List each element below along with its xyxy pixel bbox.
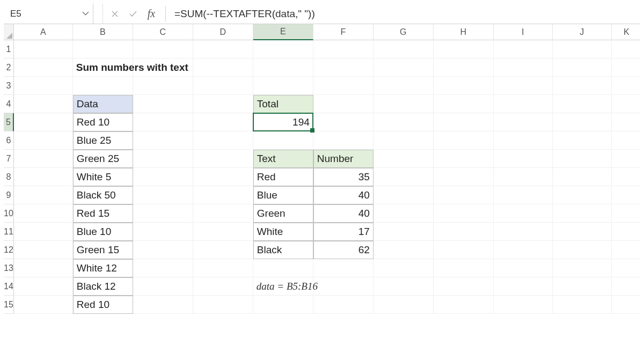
insert-function-button[interactable]: fx [145,8,158,20]
cell-D1[interactable] [193,40,253,58]
cell-K5[interactable] [612,113,642,131]
cell-B6[interactable]: Blue 25 [73,131,133,150]
cell-J11[interactable] [553,223,612,241]
cell-D2[interactable] [193,58,253,77]
cell-I2[interactable] [494,58,553,77]
cancel-button[interactable] [108,8,121,20]
cell-D9[interactable] [193,186,253,204]
cell-E6[interactable] [253,131,313,150]
cell-D14[interactable] [193,277,253,296]
cell-B11[interactable]: Blue 10 [73,223,133,241]
cell-J2[interactable] [553,58,612,77]
cell-H4[interactable] [434,95,494,113]
cell-D11[interactable] [193,223,253,241]
cell-H15[interactable] [434,296,494,314]
cell-E9[interactable]: Blue [253,186,313,204]
cell-K14[interactable] [612,277,642,296]
cell-F9[interactable]: 40 [313,186,374,204]
cell-B7[interactable]: Green 25 [73,150,133,168]
row-header-14[interactable]: 14 [4,277,14,296]
cell-K6[interactable] [612,131,642,150]
cell-E15[interactable] [253,296,313,314]
cell-I5[interactable] [494,113,553,131]
cell-C15[interactable] [133,296,193,314]
column-header-A[interactable]: A [14,24,73,40]
row-header-7[interactable]: 7 [4,150,14,168]
cell-G14[interactable] [374,277,434,296]
cell-B4[interactable]: Data [73,95,133,113]
cell-I14[interactable] [494,277,553,296]
cell-A5[interactable] [14,113,73,131]
cell-E2[interactable] [253,58,313,77]
cell-J6[interactable] [553,131,612,150]
cell-K12[interactable] [612,241,642,259]
row-header-8[interactable]: 8 [4,168,14,186]
cell-B9[interactable]: Black 50 [73,186,133,204]
cell-I13[interactable] [494,259,553,277]
cell-F14[interactable] [313,277,374,296]
row-header-13[interactable]: 13 [4,259,14,277]
cell-E10[interactable]: Green [253,204,313,223]
column-header-G[interactable]: G [374,24,434,40]
cell-I9[interactable] [494,186,553,204]
cell-G2[interactable] [374,58,434,77]
cell-J4[interactable] [553,95,612,113]
row-header-5[interactable]: 5 [4,113,14,131]
row-header-6[interactable]: 6 [4,131,14,150]
cell-E8[interactable]: Red [253,168,313,186]
column-header-D[interactable]: D [193,24,253,40]
cell-G3[interactable] [374,77,434,95]
cell-K2[interactable] [612,58,642,77]
cell-E3[interactable] [253,77,313,95]
cell-B12[interactable]: Green 15 [73,241,133,259]
name-box[interactable] [4,4,78,24]
cell-K10[interactable] [612,204,642,223]
cell-A1[interactable] [14,40,73,58]
cell-D4[interactable] [193,95,253,113]
cell-G8[interactable] [374,168,434,186]
cell-J5[interactable] [553,113,612,131]
cell-D10[interactable] [193,204,253,223]
cell-F10[interactable]: 40 [313,204,374,223]
cell-A14[interactable] [14,277,73,296]
cell-H7[interactable] [434,150,494,168]
cell-E5[interactable]: 194 [253,113,313,131]
cell-D5[interactable] [193,113,253,131]
cell-A15[interactable] [14,296,73,314]
column-header-J[interactable]: J [553,24,612,40]
cell-J3[interactable] [553,77,612,95]
cell-A8[interactable] [14,168,73,186]
column-header-F[interactable]: F [313,24,374,40]
cell-D8[interactable] [193,168,253,186]
cell-H5[interactable] [434,113,494,131]
cell-E1[interactable] [253,40,313,58]
cell-C2[interactable] [133,58,193,77]
grid[interactable]: ABCDEFGHIJK Sum numbers with textDataTot… [14,24,642,334]
cell-F3[interactable] [313,77,374,95]
cell-C7[interactable] [133,150,193,168]
cell-H9[interactable] [434,186,494,204]
cell-B14[interactable]: Black 12 [73,277,133,296]
cell-I6[interactable] [494,131,553,150]
cell-E12[interactable]: Black [253,241,313,259]
cell-I1[interactable] [494,40,553,58]
cell-F13[interactable] [313,259,374,277]
cell-A3[interactable] [14,77,73,95]
cell-B8[interactable]: White 5 [73,168,133,186]
cell-F8[interactable]: 35 [313,168,374,186]
cell-E4[interactable]: Total [253,95,313,113]
row-header-11[interactable]: 11 [4,223,14,241]
cell-K4[interactable] [612,95,642,113]
cell-J15[interactable] [553,296,612,314]
cell-F15[interactable] [313,296,374,314]
row-header-9[interactable]: 9 [4,186,14,204]
cell-H10[interactable] [434,204,494,223]
cell-C14[interactable] [133,277,193,296]
cell-F6[interactable] [313,131,374,150]
cell-E7[interactable]: Text [253,150,313,168]
cell-I4[interactable] [494,95,553,113]
cell-A2[interactable] [14,58,73,77]
cell-A9[interactable] [14,186,73,204]
cell-I10[interactable] [494,204,553,223]
cell-I7[interactable] [494,150,553,168]
